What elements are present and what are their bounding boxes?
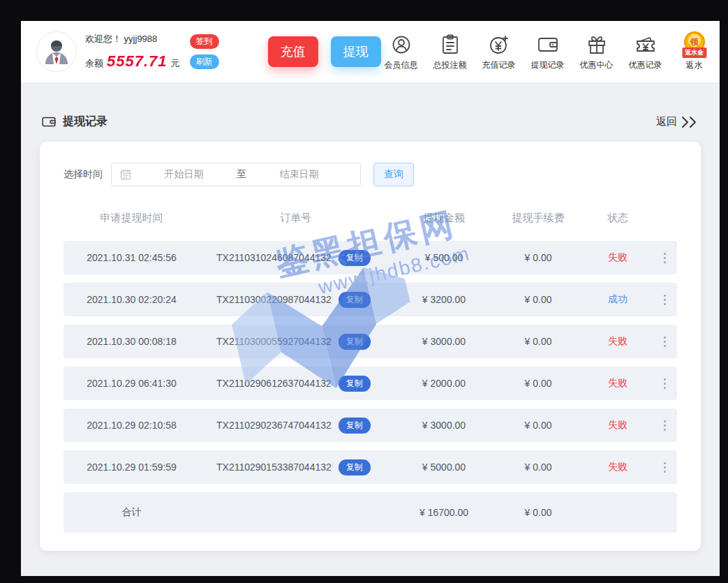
table-row: 2021.10.29 06:41:30 TX211029061263704413… bbox=[64, 367, 677, 400]
table-row: 2021.10.30 02:20:24 TX211030022098704413… bbox=[64, 283, 677, 316]
row-fee: ¥ 0.00 bbox=[496, 378, 580, 389]
refresh-button[interactable]: 刷新 bbox=[190, 54, 219, 69]
signin-button[interactable]: 签到 bbox=[190, 34, 219, 49]
row-order-cell: TX2110310246087044132 复制 bbox=[200, 250, 392, 266]
back-link[interactable]: 返回 bbox=[656, 115, 699, 128]
row-menu-button[interactable] bbox=[655, 337, 674, 347]
balance-unit: 元 bbox=[171, 57, 180, 70]
withdraw-records-card: 选择时间 开始日期 至 结束日期 查询 bbox=[40, 142, 701, 551]
promo-center-icon bbox=[586, 32, 607, 57]
copy-button[interactable]: 复制 bbox=[339, 292, 371, 308]
nav-item-withdraw-record[interactable]: 提现记录 bbox=[528, 32, 568, 71]
row-menu-button[interactable] bbox=[655, 253, 674, 263]
rebate-icon: 领 返水金 bbox=[680, 32, 709, 57]
nav-item-rebate[interactable]: 领 返水金 返水 bbox=[674, 32, 715, 71]
balance-line: 余额 5557.71 元 bbox=[85, 52, 180, 71]
filter-label: 选择时间 bbox=[64, 168, 103, 181]
promo-record-icon bbox=[634, 32, 657, 57]
user-info: 欢迎您！ yyjj9988 余额 5557.71 元 bbox=[85, 33, 180, 71]
row-menu-button[interactable] bbox=[655, 295, 674, 305]
th-apply-time: 申请提现时间 bbox=[64, 212, 200, 225]
row-amount: ¥ 3200.00 bbox=[392, 294, 496, 305]
row-amount: ¥ 3000.00 bbox=[392, 336, 496, 347]
balance-value: 5557.71 bbox=[107, 52, 168, 71]
nav-item-total-bets[interactable]: 总投注额 bbox=[430, 32, 470, 71]
th-fee: 提现手续费 bbox=[496, 212, 580, 225]
top-bar: 欢迎您！ yyjj9988 余额 5557.71 元 签到 刷新 充值 提现 bbox=[21, 21, 720, 82]
copy-button[interactable]: 复制 bbox=[339, 418, 371, 434]
order-number: TX2110300055927044132 bbox=[216, 336, 332, 347]
row-status: 失败 bbox=[580, 377, 655, 390]
nav-item-member-info[interactable]: 会员信息 bbox=[381, 32, 422, 71]
row-amount: ¥ 500.00 bbox=[392, 252, 496, 263]
nav-list: 会员信息 总投注额 bbox=[381, 32, 715, 71]
row-order-cell: TX2110290153387044132 复制 bbox=[200, 459, 392, 475]
table-row: 2021.10.29 01:59:59 TX211029015338704413… bbox=[64, 450, 677, 484]
row-amount: ¥ 3000.00 bbox=[392, 420, 496, 431]
nav-item-promo-center[interactable]: 优惠中心 bbox=[577, 32, 617, 71]
row-amount: ¥ 5000.00 bbox=[392, 462, 496, 473]
row-apply-time: 2021.10.30 02:20:24 bbox=[64, 294, 200, 305]
th-amount: 提现金额 bbox=[392, 212, 496, 225]
copy-button[interactable]: 复制 bbox=[339, 459, 371, 475]
total-bets-icon bbox=[440, 32, 460, 57]
member-icon bbox=[391, 32, 412, 57]
row-apply-time: 2021.10.31 02:45:56 bbox=[64, 252, 200, 263]
row-fee: ¥ 0.00 bbox=[496, 252, 580, 263]
nav-label: 优惠记录 bbox=[629, 59, 662, 71]
row-fee: ¥ 0.00 bbox=[496, 336, 580, 347]
row-status: 成功 bbox=[580, 293, 655, 306]
order-number: TX2110290612637044132 bbox=[216, 378, 332, 389]
row-amount: ¥ 2000.00 bbox=[392, 378, 496, 389]
row-fee: ¥ 0.00 bbox=[496, 294, 580, 305]
date-range-input[interactable]: 开始日期 至 结束日期 bbox=[111, 163, 361, 186]
recharge-button[interactable]: 充值 bbox=[268, 36, 318, 67]
order-number: TX2110310246087044132 bbox=[216, 252, 332, 263]
row-menu-button[interactable] bbox=[655, 378, 674, 389]
th-order-no: 订单号 bbox=[200, 212, 392, 225]
order-number: TX2110290236747044132 bbox=[216, 420, 332, 431]
row-menu-button[interactable] bbox=[655, 420, 674, 431]
avatar[interactable] bbox=[36, 31, 77, 72]
total-label: 合计 bbox=[64, 506, 200, 519]
filter-row: 选择时间 开始日期 至 结束日期 查询 bbox=[64, 163, 677, 186]
copy-button[interactable]: 复制 bbox=[339, 376, 371, 392]
page-body: 提现记录 返回 选择时间 bbox=[21, 82, 720, 576]
row-order-cell: TX2110290612637044132 复制 bbox=[200, 376, 392, 392]
user-avatar-icon bbox=[41, 36, 72, 67]
total-row: 合计 ¥ 16700.00 ¥ 0.00 bbox=[64, 492, 677, 533]
row-apply-time: 2021.10.29 02:10:58 bbox=[64, 420, 200, 431]
table-header: 申请提现时间 订单号 提现金额 提现手续费 状态 bbox=[64, 203, 677, 233]
row-fee: ¥ 0.00 bbox=[496, 420, 580, 431]
row-apply-time: 2021.10.29 06:41:30 bbox=[64, 378, 200, 389]
row-order-cell: TX2110290236747044132 复制 bbox=[200, 418, 392, 434]
recharge-record-icon bbox=[489, 32, 510, 57]
nav-label: 返水 bbox=[686, 59, 703, 71]
page-title: 提现记录 bbox=[63, 115, 107, 129]
th-status: 状态 bbox=[580, 212, 655, 225]
nav-label: 充值记录 bbox=[482, 59, 516, 71]
row-menu-button[interactable] bbox=[655, 462, 674, 473]
table-row: 2021.10.31 02:45:56 TX211031024608704413… bbox=[64, 241, 677, 274]
copy-button[interactable]: 复制 bbox=[339, 334, 371, 350]
row-apply-time: 2021.10.29 01:59:59 bbox=[64, 462, 200, 473]
double-chevron-right-icon bbox=[681, 117, 699, 128]
row-order-cell: TX2110300055927044132 复制 bbox=[200, 334, 392, 350]
welcome-text: 欢迎您！ yyjj9988 bbox=[85, 33, 180, 45]
page-container: 欢迎您！ yyjj9988 余额 5557.71 元 签到 刷新 充值 提现 bbox=[21, 21, 720, 576]
row-apply-time: 2021.10.30 00:08:18 bbox=[64, 336, 200, 347]
end-date-placeholder: 结束日期 bbox=[246, 168, 352, 181]
nav-label: 会员信息 bbox=[385, 59, 418, 71]
start-date-placeholder: 开始日期 bbox=[131, 168, 237, 181]
nav-label: 优惠中心 bbox=[580, 59, 614, 71]
search-button[interactable]: 查询 bbox=[373, 163, 414, 186]
nav-item-promo-record[interactable]: 优惠记录 bbox=[625, 32, 666, 71]
nav-item-recharge-record[interactable]: 充值记录 bbox=[479, 32, 519, 71]
title-row: 提现记录 返回 bbox=[21, 82, 720, 129]
row-status: 失败 bbox=[580, 251, 655, 264]
copy-button[interactable]: 复制 bbox=[339, 250, 371, 266]
withdraw-button[interactable]: 提现 bbox=[331, 36, 381, 67]
total-amount: ¥ 16700.00 bbox=[392, 507, 496, 518]
row-fee: ¥ 0.00 bbox=[496, 462, 580, 473]
row-status: 失败 bbox=[580, 461, 655, 473]
